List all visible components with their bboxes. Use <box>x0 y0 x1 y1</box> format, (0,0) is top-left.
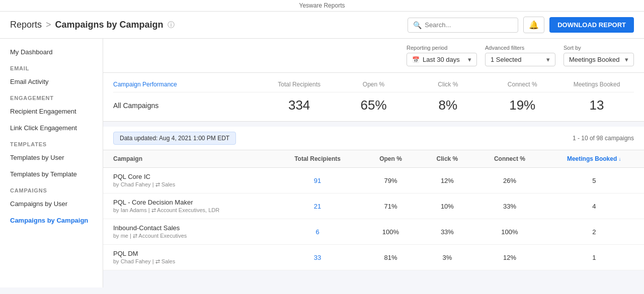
cell-open-0: 79% <box>362 168 420 193</box>
main-content: Reporting period 📅 Last 30 days ▾ Advanc… <box>103 39 644 287</box>
summary-open-pct: 65% <box>337 97 411 113</box>
data-bar: Data updated: Aug 4, 2021 1:00 PM EDT 1 … <box>103 127 644 150</box>
campaign-name-0: PQL Core IC <box>113 173 263 180</box>
cell-recipients-1: 21 <box>273 193 362 219</box>
sidebar-item-campaigns-by-campaign[interactable]: Campaigns by Campaign <box>0 212 103 229</box>
sidebar-item-templates-by-user[interactable]: Templates by User <box>0 149 103 166</box>
summary-meetings-booked: 13 <box>559 97 634 113</box>
cell-click-3: 3% <box>419 245 475 270</box>
table-row[interactable]: PQL Core IC by Chad Fahey | ⇄ Sales 91 7… <box>103 168 644 193</box>
summary-all-campaigns: All Campaigns <box>113 102 262 110</box>
cell-recipients-0: 91 <box>273 168 362 193</box>
search-box[interactable]: 🔍 <box>408 18 518 33</box>
campaign-meta-2: by me | ⇄ Account Executives <box>113 233 263 239</box>
sidebar-item-email-activity[interactable]: Email Activity <box>0 73 103 90</box>
sort-by-label: Sort by <box>564 45 634 51</box>
reporting-period-group: Reporting period 📅 Last 30 days ▾ <box>407 45 477 66</box>
data-updated-badge: Data updated: Aug 4, 2021 1:00 PM EDT <box>113 132 236 145</box>
summary-col-meetings: Meetings Booked <box>559 81 634 88</box>
summary-col-connect: Connect % <box>485 81 559 88</box>
campaign-name-3: PQL DM <box>113 250 263 257</box>
sort-by-group: Sort by Meetings Booked ▾ <box>564 45 634 66</box>
bell-button[interactable]: 🔔 <box>523 17 544 33</box>
sidebar-item-campaigns-by-user[interactable]: Campaigns by User <box>0 195 103 212</box>
campaign-name-2: Inbound-Contact Sales <box>113 224 263 232</box>
summary-col-campaign: Campaign Performance <box>113 81 262 88</box>
campaign-name-1: PQL - Core Decision Maker <box>113 199 263 206</box>
summary-col-click: Click % <box>411 81 485 88</box>
cell-campaign-3: PQL DM by Chad Fahey | ⇄ Sales <box>103 245 273 270</box>
col-header-meetings[interactable]: Meetings Booked ↓ <box>544 150 645 168</box>
header: Reports > Campaigns by Campaign ⓘ 🔍 🔔 DO… <box>0 12 644 39</box>
summary-col-open: Open % <box>337 81 411 88</box>
col-header-campaign: Campaign <box>103 150 273 168</box>
campaign-meta-1: by Ian Adams | ⇄ Account Executives, LDR <box>113 207 263 214</box>
search-input[interactable] <box>425 21 513 29</box>
cell-click-2: 33% <box>419 219 475 245</box>
calendar-icon: 📅 <box>412 56 420 63</box>
cell-connect-2: 100% <box>475 219 544 245</box>
table-body: PQL Core IC by Chad Fahey | ⇄ Sales 91 7… <box>103 168 644 270</box>
campaigns-table: Campaign Total Recipients Open % Click %… <box>103 150 644 270</box>
summary-connect-pct: 19% <box>485 97 559 113</box>
breadcrumb: Reports > Campaigns by Campaign ⓘ <box>10 20 175 30</box>
table-header: Campaign Total Recipients Open % Click %… <box>103 150 644 168</box>
filters-bar: Reporting period 📅 Last 30 days ▾ Advanc… <box>103 39 644 73</box>
sidebar-item-recipient-engagement[interactable]: Recipient Engagement <box>0 103 103 120</box>
cell-click-1: 10% <box>419 193 475 219</box>
advanced-filters-select[interactable]: 1 Selected ▾ <box>485 53 555 66</box>
advanced-filters-label: Advanced filters <box>485 45 555 51</box>
campaign-meta-0: by Chad Fahey | ⇄ Sales <box>113 181 263 188</box>
sidebar-section-engagement: ENGAGEMENT <box>0 90 103 103</box>
advanced-filters-value: 1 Selected <box>491 56 521 63</box>
table-row[interactable]: Inbound-Contact Sales by me | ⇄ Account … <box>103 219 644 245</box>
cell-open-2: 100% <box>362 219 420 245</box>
table-row[interactable]: PQL - Core Decision Maker by Ian Adams |… <box>103 193 644 219</box>
top-bar: Yesware Reports <box>0 0 644 12</box>
download-report-button[interactable]: DOWNLOAD REPORT <box>549 17 634 33</box>
chevron-down-icon: ▾ <box>468 56 471 63</box>
cell-open-1: 71% <box>362 193 420 219</box>
sidebar-item-templates-by-template[interactable]: Templates by Template <box>0 166 103 182</box>
cell-meetings-1: 4 <box>544 193 645 219</box>
cell-recipients-3: 33 <box>273 245 362 270</box>
summary-click-pct: 8% <box>411 97 485 113</box>
cell-meetings-2: 2 <box>544 219 645 245</box>
sidebar: My Dashboard EMAIL Email Activity ENGAGE… <box>0 39 103 287</box>
cell-campaign-2: Inbound-Contact Sales by me | ⇄ Account … <box>103 219 273 245</box>
breadcrumb-separator: > <box>46 20 51 30</box>
cell-meetings-3: 1 <box>544 245 645 270</box>
col-header-recipients: Total Recipients <box>273 150 362 168</box>
sidebar-item-dashboard[interactable]: My Dashboard <box>0 44 103 60</box>
table-row[interactable]: PQL DM by Chad Fahey | ⇄ Sales 33 81% 3%… <box>103 245 644 270</box>
summary-header: Campaign Performance Total Recipients Op… <box>113 81 634 92</box>
sort-by-value: Meetings Booked <box>569 56 619 63</box>
cell-campaign-1: PQL - Core Decision Maker by Ian Adams |… <box>103 193 273 219</box>
cell-connect-1: 33% <box>475 193 544 219</box>
breadcrumb-current: Campaigns by Campaign <box>55 20 164 30</box>
top-bar-title: Yesware Reports <box>299 2 345 9</box>
bell-icon: 🔔 <box>529 21 539 29</box>
cell-campaign-0: PQL Core IC by Chad Fahey | ⇄ Sales <box>103 168 273 193</box>
info-icon[interactable]: ⓘ <box>168 21 175 30</box>
cell-recipients-2: 6 <box>273 219 362 245</box>
sidebar-section-campaigns: CAMPAIGNS <box>0 182 103 195</box>
summary-row: All Campaigns 334 65% 8% 19% 13 <box>113 92 634 113</box>
sort-arrow-icon: ↓ <box>619 156 621 162</box>
cell-meetings-0: 5 <box>544 168 645 193</box>
advanced-filters-group: Advanced filters 1 Selected ▾ <box>485 45 555 66</box>
cell-click-0: 12% <box>419 168 475 193</box>
cell-open-3: 81% <box>362 245 420 270</box>
campaign-meta-3: by Chad Fahey | ⇄ Sales <box>113 258 263 265</box>
chevron-down-icon-3: ▾ <box>625 56 628 63</box>
reporting-period-select[interactable]: 📅 Last 30 days ▾ <box>407 53 477 66</box>
chevron-down-icon-2: ▾ <box>546 56 550 63</box>
sidebar-item-link-click-engagement[interactable]: Link Click Engagement <box>0 120 103 136</box>
cell-connect-3: 12% <box>475 245 544 270</box>
data-section: Data updated: Aug 4, 2021 1:00 PM EDT 1 … <box>103 127 644 270</box>
sort-by-select[interactable]: Meetings Booked ▾ <box>564 53 634 66</box>
breadcrumb-parent[interactable]: Reports <box>10 20 42 30</box>
search-icon: 🔍 <box>413 21 422 29</box>
reporting-period-value: Last 30 days <box>423 56 460 63</box>
sidebar-section-templates: TEMPLATES <box>0 136 103 149</box>
